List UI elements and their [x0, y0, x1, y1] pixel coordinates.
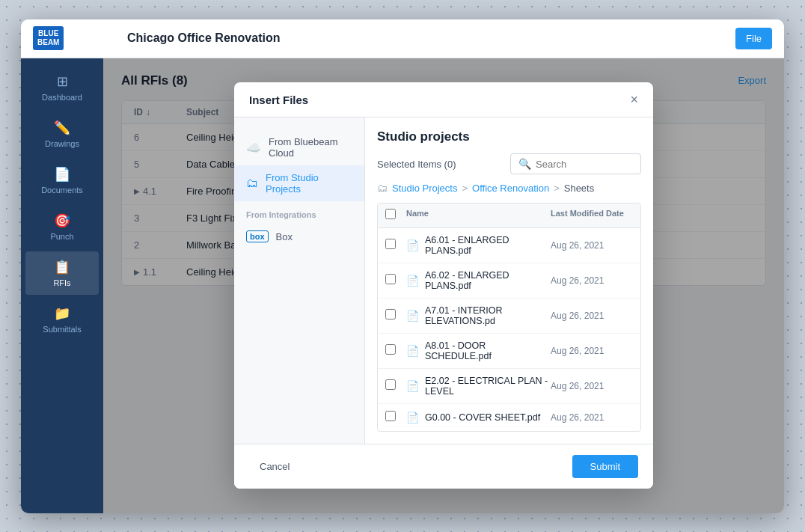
- file-row: 📄 G0.00 - COVER SHEET.pdf Aug 26, 2021: [378, 404, 640, 431]
- sidebar-item-label: Drawings: [45, 139, 79, 148]
- file-row: 📄 A7.01 - INTERIOR ELEVATIONS.pd Aug 26,…: [378, 299, 640, 334]
- file-name: G0.00 - COVER SHEET.pdf: [425, 412, 540, 423]
- studio-icon: 🗂: [246, 177, 258, 190]
- file-doc-icon: 📄: [406, 310, 419, 322]
- file-name-cell: 📄 A8.01 - DOOR SCHEDULE.pdf: [406, 340, 551, 361]
- sidebar-item-label: Dashboard: [42, 93, 82, 102]
- file-row: 📄 A8.01 - DOOR SCHEDULE.pdf Aug 26, 2021: [378, 334, 640, 369]
- file-date: Aug 26, 2021: [551, 240, 633, 251]
- selected-count: Selected Items (0): [377, 159, 456, 170]
- file-name: A7.01 - INTERIOR ELEVATIONS.pd: [425, 305, 551, 326]
- file-date: Aug 26, 2021: [551, 412, 633, 423]
- file-date: Aug 26, 2021: [551, 311, 633, 321]
- source-studio-label: From Studio Projects: [266, 172, 352, 195]
- sidebar-item-submittals[interactable]: 📁 Submittals: [25, 298, 99, 341]
- drawings-icon: ✏️: [54, 120, 70, 136]
- breadcrumb-office-renovation[interactable]: Office Renovation: [472, 183, 549, 194]
- search-input[interactable]: [536, 159, 633, 170]
- sidebar-item-drawings[interactable]: ✏️ Drawings: [25, 112, 99, 156]
- file-list-header: Name Last Modified Date: [378, 204, 640, 228]
- main-layout: ⊞ Dashboard ✏️ Drawings 📄 Documents 🎯 Pu…: [21, 58, 784, 513]
- file-list: Name Last Modified Date 📄 A6.01 - ENLARG…: [377, 203, 641, 432]
- sidebar-item-label: Punch: [50, 232, 73, 241]
- sidebar: ⊞ Dashboard ✏️ Drawings 📄 Documents 🎯 Pu…: [21, 58, 103, 513]
- app-window: BLUEBEAM Chicago Office Renovation File …: [21, 19, 784, 513]
- project-title: Chicago Office Renovation: [127, 31, 280, 45]
- file-checkbox[interactable]: [385, 274, 396, 284]
- file-checkbox[interactable]: [385, 344, 396, 355]
- file-name: A6.02 - ENLARGED PLANS.pdf: [425, 270, 551, 291]
- source-studio-projects[interactable]: 🗂 From Studio Projects: [234, 165, 364, 201]
- breadcrumb-folder-icon: 🗂: [377, 182, 388, 194]
- file-col-date: Last Modified Date: [551, 209, 633, 222]
- file-row: 📄 A6.02 - ENLARGED PLANS.pdf Aug 26, 202…: [378, 263, 640, 299]
- file-name-cell: 📄 A7.01 - INTERIOR ELEVATIONS.pd: [406, 305, 551, 326]
- file-row: 📄 E2.02 - ELECTRICAL PLAN - LEVEL Aug 26…: [378, 369, 640, 404]
- file-doc-icon: 📄: [406, 412, 419, 424]
- modal-left-panel: ☁️ From Bluebeam Cloud 🗂 From Studio Pro…: [234, 117, 365, 444]
- file-name-cell: 📄 A6.02 - ENLARGED PLANS.pdf: [406, 270, 551, 291]
- search-icon: 🔍: [518, 158, 531, 170]
- submit-button[interactable]: Submit: [572, 455, 638, 478]
- file-doc-icon: 📄: [406, 380, 419, 392]
- file-name-cell: 📄 A6.01 - ENLARGED PLANS.pdf: [406, 235, 551, 256]
- sidebar-item-label: Documents: [41, 186, 83, 195]
- box-label: Box: [276, 231, 293, 242]
- integrations-label: From Integrations: [234, 201, 364, 224]
- select-all-checkbox[interactable]: [385, 209, 396, 219]
- cancel-button[interactable]: Cancel: [249, 456, 300, 477]
- source-cloud-label: From Bluebeam Cloud: [269, 136, 352, 159]
- breadcrumb: 🗂 Studio Projects > Office Renovation > …: [377, 182, 641, 194]
- modal-header: Insert Files ×: [234, 82, 653, 117]
- studio-title: Studio projects: [377, 129, 641, 144]
- modal-overlay: Insert Files × ☁️ From Bluebeam Cloud 🗂: [103, 58, 784, 513]
- modal-footer: Cancel Submit: [234, 444, 653, 489]
- file-col-name: Name: [406, 209, 551, 222]
- file-row: 📄 A6.01 - ENLARGED PLANS.pdf Aug 26, 202…: [378, 228, 640, 263]
- sidebar-item-label: Submittals: [43, 325, 81, 334]
- file-name: A6.01 - ENLARGED PLANS.pdf: [425, 235, 551, 256]
- insert-files-modal: Insert Files × ☁️ From Bluebeam Cloud 🗂: [234, 82, 653, 489]
- logo-area: BLUEBEAM: [33, 26, 115, 50]
- rfis-icon: 📋: [54, 259, 70, 275]
- file-date: Aug 26, 2021: [551, 381, 633, 391]
- integration-box[interactable]: box Box: [234, 224, 364, 249]
- breadcrumb-sheets: Sheets: [564, 183, 594, 194]
- top-bar-right: File: [735, 28, 772, 49]
- modal-body: ☁️ From Bluebeam Cloud 🗂 From Studio Pro…: [234, 117, 653, 444]
- file-checkbox[interactable]: [385, 309, 396, 319]
- sidebar-item-punch[interactable]: 🎯 Punch: [25, 205, 99, 248]
- top-bar: BLUEBEAM Chicago Office Renovation File: [21, 19, 784, 58]
- selected-bar: Selected Items (0) 🔍: [377, 153, 641, 174]
- file-rows: 📄 A6.01 - ENLARGED PLANS.pdf Aug 26, 202…: [378, 228, 640, 431]
- sidebar-item-dashboard[interactable]: ⊞ Dashboard: [25, 66, 99, 109]
- file-doc-icon: 📄: [406, 275, 419, 287]
- dashboard-icon: ⊞: [57, 73, 68, 90]
- source-bluebeam-cloud[interactable]: ☁️ From Bluebeam Cloud: [234, 129, 364, 165]
- documents-icon: 📄: [54, 166, 70, 183]
- file-date: Aug 26, 2021: [551, 275, 633, 286]
- file-checkbox[interactable]: [385, 379, 396, 390]
- file-checkbox[interactable]: [385, 411, 396, 421]
- file-checkbox[interactable]: [385, 239, 396, 249]
- file-doc-icon: 📄: [406, 239, 419, 251]
- file-doc-icon: 📄: [406, 345, 419, 357]
- file-name-cell: 📄 E2.02 - ELECTRICAL PLAN - LEVEL: [406, 376, 551, 397]
- file-button[interactable]: File: [735, 28, 772, 49]
- sidebar-item-documents[interactable]: 📄 Documents: [25, 159, 99, 202]
- sidebar-item-rfis[interactable]: 📋 RFIs: [25, 251, 99, 295]
- submittals-icon: 📁: [54, 305, 70, 322]
- file-date: Aug 26, 2021: [551, 346, 633, 356]
- content-area: All RFIs (8) Export ID ↓ Subject 6: [103, 58, 784, 513]
- file-name-cell: 📄 G0.00 - COVER SHEET.pdf: [406, 412, 551, 424]
- cloud-icon: ☁️: [246, 141, 261, 155]
- file-name: A8.01 - DOOR SCHEDULE.pdf: [425, 340, 551, 361]
- modal-close-button[interactable]: ×: [630, 93, 638, 106]
- modal-right-panel: Studio projects Selected Items (0) 🔍 🗂: [365, 117, 653, 444]
- modal-title: Insert Files: [249, 94, 308, 106]
- bluebeam-logo: BLUEBEAM: [33, 26, 64, 50]
- box-logo: box: [246, 230, 269, 242]
- file-name: E2.02 - ELECTRICAL PLAN - LEVEL: [425, 376, 551, 397]
- breadcrumb-studio-projects[interactable]: Studio Projects: [392, 183, 457, 194]
- sidebar-item-label: RFIs: [53, 278, 70, 287]
